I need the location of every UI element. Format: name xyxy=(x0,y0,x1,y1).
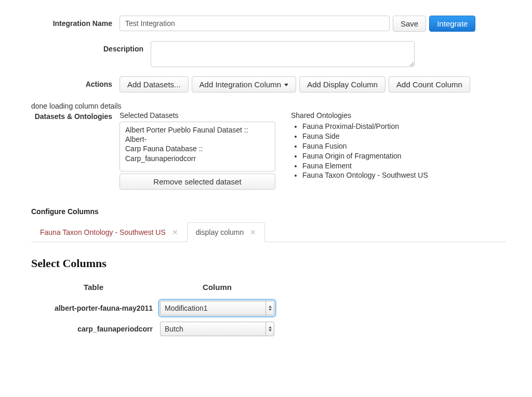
stepper-icon xyxy=(265,322,274,336)
save-button[interactable]: Save xyxy=(393,16,426,32)
add-integration-column-label: Add Integration Column xyxy=(200,80,282,89)
tab-fauna-taxon[interactable]: Fauna Taxon Ontology - Southwest US ✕ xyxy=(31,222,187,242)
chevron-down-icon xyxy=(269,329,272,332)
tab-label: display column xyxy=(196,228,244,236)
shared-ontologies-block: Shared Ontologies Fauna Proximal-Distal/… xyxy=(291,111,428,180)
caret-down-icon xyxy=(284,84,288,86)
list-item: Fauna Proximal-Distal/Portion xyxy=(302,122,428,131)
close-icon[interactable]: ✕ xyxy=(172,228,178,236)
table-header-column: Column xyxy=(160,280,274,298)
configure-columns-heading: Configure Columns xyxy=(31,207,506,216)
list-item[interactable]: Carp Fauna Database :: Carp_faunaperiodc… xyxy=(125,144,270,163)
select-columns-table: Table Column albert-porter-fauna-may2011… xyxy=(31,280,506,339)
integration-name-row: Integration Name Save Integrate xyxy=(31,16,506,32)
integration-name-label: Integration Name xyxy=(31,16,119,28)
list-item[interactable]: Albert Porter Pueblo Faunal Dataset :: A… xyxy=(125,125,270,144)
datasets-ontologies-row: Datasets & Ontologies Selected Datasets … xyxy=(31,111,506,190)
table-row-label: albert-porter-fauna-may2011 xyxy=(31,298,156,319)
table-row-label: carp_faunaperiodcorr xyxy=(31,319,156,339)
integration-name-controls: Save Integrate xyxy=(119,16,506,32)
add-count-column-button[interactable]: Add Count Column xyxy=(389,76,470,92)
configure-columns-tabs: Fauna Taxon Ontology - Southwest US ✕ di… xyxy=(31,222,506,242)
status-text: done loading column details xyxy=(31,102,506,110)
shared-ontologies-heading: Shared Ontologies xyxy=(291,111,428,120)
add-display-column-button[interactable]: Add Display Column xyxy=(299,76,385,92)
column-select[interactable]: Butch xyxy=(160,322,274,336)
list-item: Fauna Side xyxy=(302,131,428,141)
selected-datasets-heading: Selected Datasets xyxy=(119,111,275,120)
description-textarea[interactable] xyxy=(151,41,415,67)
description-row: Description xyxy=(31,41,506,67)
chevron-up-icon xyxy=(269,306,272,308)
chevron-up-icon xyxy=(269,326,272,328)
column-select[interactable]: Modification1 xyxy=(160,301,274,315)
table-header-table: Table xyxy=(31,280,156,298)
add-integration-column-button[interactable]: Add Integration Column xyxy=(192,76,297,92)
list-item: Fauna Taxon Ontology - Southwest US xyxy=(302,170,428,180)
add-datasets-button[interactable]: Add Datasets... xyxy=(119,76,189,92)
description-controls xyxy=(151,41,506,67)
list-item: Fauna Element xyxy=(302,161,428,171)
close-icon[interactable]: ✕ xyxy=(250,228,256,236)
chevron-down-icon xyxy=(269,309,272,311)
description-label: Description xyxy=(31,41,151,53)
shared-ontologies-list: Fauna Proximal-Distal/Portion Fauna Side… xyxy=(291,122,428,180)
list-item: Fauna Origin of Fragmentation xyxy=(302,151,428,161)
actions-row: Actions Add Datasets... Add Integration … xyxy=(31,76,506,92)
select-columns-heading: Select Columns xyxy=(31,257,506,270)
column-select-value: Butch xyxy=(161,325,265,333)
tab-label: Fauna Taxon Ontology - Southwest US xyxy=(40,228,166,236)
tab-display-column[interactable]: display column ✕ xyxy=(187,222,265,242)
datasets-ontologies-label: Datasets & Ontologies xyxy=(31,111,119,121)
selected-datasets-listbox[interactable]: Albert Porter Pueblo Faunal Dataset :: A… xyxy=(119,122,275,171)
stepper-icon xyxy=(265,301,274,315)
integrate-button[interactable]: Integrate xyxy=(429,16,475,32)
remove-selected-dataset-button[interactable]: Remove selected dataset xyxy=(119,174,275,190)
list-item: Fauna Fusion xyxy=(302,141,428,151)
selected-datasets-block: Selected Datasets Albert Porter Pueblo F… xyxy=(119,111,275,190)
actions-label: Actions xyxy=(31,76,119,88)
integration-name-input[interactable] xyxy=(119,16,390,31)
column-select-value: Modification1 xyxy=(161,304,265,312)
actions-controls: Add Datasets... Add Integration Column A… xyxy=(119,76,506,92)
